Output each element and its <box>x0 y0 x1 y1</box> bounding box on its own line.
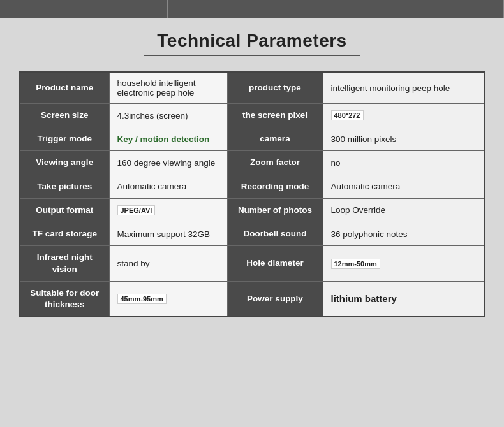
value-cell-3-2: no <box>323 151 484 175</box>
label-cell-8-1: Suitable for door thickness <box>20 281 109 317</box>
top-bar <box>0 0 504 18</box>
label-cell-3-2: Zoom factor <box>227 151 323 175</box>
value-cell-5-2: Loop Override <box>323 198 484 222</box>
label-cell-7-2: Hole diameter <box>227 246 323 281</box>
value-cell-2-2: 300 million pixels <box>323 127 484 151</box>
label-cell-6-2: Doorbell sound <box>227 222 323 246</box>
table-row: Screen size4.3inches (screen)the screen … <box>20 104 484 127</box>
label-cell-2-2: camera <box>227 127 323 151</box>
label-cell-4-2: Recording mode <box>227 175 323 198</box>
params-table: Product namehousehold intelligent electr… <box>19 71 485 317</box>
table-row: Product namehousehold intelligent electr… <box>20 72 484 104</box>
label-cell-2-1: Trigger mode <box>20 127 109 151</box>
table-row: Viewing angle160 degree viewing angleZoo… <box>20 151 484 175</box>
value-cell-2-1: Key / motion detection <box>109 127 227 151</box>
value-cell-4-2: Automatic camera <box>323 175 484 198</box>
table-row: Trigger modeKey / motion detectioncamera… <box>20 127 484 151</box>
label-cell-5-1: Output format <box>20 198 109 222</box>
label-cell-0-2: product type <box>227 72 323 104</box>
title-underline <box>144 55 360 56</box>
value-cell-5-1: JPEG/AVI <box>109 198 227 222</box>
value-cell-6-2: 36 polyphonic notes <box>323 222 484 246</box>
value-cell-6-1: Maximum support 32GB <box>109 222 227 246</box>
label-cell-0-1: Product name <box>20 72 109 104</box>
value-cell-0-1: household intelligent electronic peep ho… <box>109 72 227 104</box>
table-row: Suitable for door thickness45mm-95mmPowe… <box>20 281 484 317</box>
page-content: Technical Parameters Product namehouseho… <box>0 18 504 330</box>
top-bar-segment-2 <box>168 0 336 18</box>
label-cell-3-1: Viewing angle <box>20 151 109 175</box>
top-bar-segment-3 <box>336 0 504 18</box>
label-cell-1-2: the screen pixel <box>227 104 323 127</box>
label-cell-7-1: Infrared night vision <box>20 246 109 281</box>
value-cell-1-1: 4.3inches (screen) <box>109 104 227 127</box>
label-cell-5-2: Number of photos <box>227 198 323 222</box>
label-cell-8-2: Power supply <box>227 281 323 317</box>
table-row: TF card storageMaximum support 32GBDoorb… <box>20 222 484 246</box>
value-cell-8-2: lithium battery <box>323 281 484 317</box>
page-title: Technical Parameters <box>157 31 346 51</box>
value-cell-4-1: Automatic camera <box>109 175 227 198</box>
top-bar-segment-1 <box>0 0 168 18</box>
value-cell-1-2: 480*272 <box>323 104 484 127</box>
value-cell-7-2: 12mm-50mm <box>323 246 484 281</box>
value-cell-0-2: intelligent monitoring peep hole <box>323 72 484 104</box>
table-row: Output formatJPEG/AVINumber of photosLoo… <box>20 198 484 222</box>
value-cell-8-1: 45mm-95mm <box>109 281 227 317</box>
table-row: Infrared night visionstand byHole diamet… <box>20 246 484 281</box>
value-cell-7-1: stand by <box>109 246 227 281</box>
label-cell-1-1: Screen size <box>20 104 109 127</box>
label-cell-6-1: TF card storage <box>20 222 109 246</box>
table-row: Take picturesAutomatic cameraRecording m… <box>20 175 484 198</box>
label-cell-4-1: Take pictures <box>20 175 109 198</box>
value-cell-3-1: 160 degree viewing angle <box>109 151 227 175</box>
